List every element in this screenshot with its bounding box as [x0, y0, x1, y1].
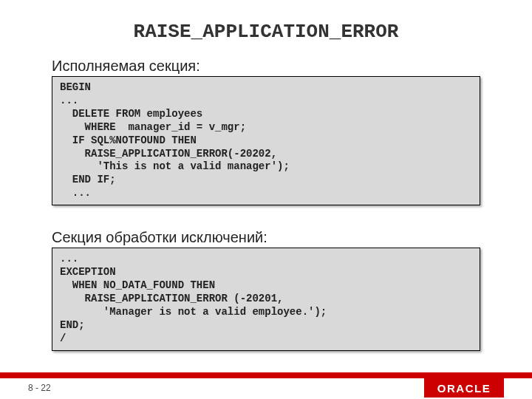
- code-block-executable: BEGIN ... DELETE FROM employees WHERE ma…: [52, 76, 480, 205]
- oracle-logo: ORACLE: [424, 378, 504, 398]
- slide: RAISE_APPLICATION_ERROR Исполняемая секц…: [0, 0, 532, 399]
- section-label-executable: Исполняемая секция:: [52, 58, 532, 75]
- slide-title: RAISE_APPLICATION_ERROR: [0, 0, 532, 58]
- code-block-exception: ... EXCEPTION WHEN NO_DATA_FOUND THEN RA…: [52, 248, 480, 350]
- oracle-logo-text: ORACLE: [437, 382, 491, 395]
- slide-footer: 8 - 22 ORACLE: [0, 368, 532, 399]
- section-label-exception: Секция обработки исключений:: [52, 229, 532, 246]
- page-number: 8 - 22: [28, 383, 51, 393]
- footer-red-bar: [0, 372, 532, 378]
